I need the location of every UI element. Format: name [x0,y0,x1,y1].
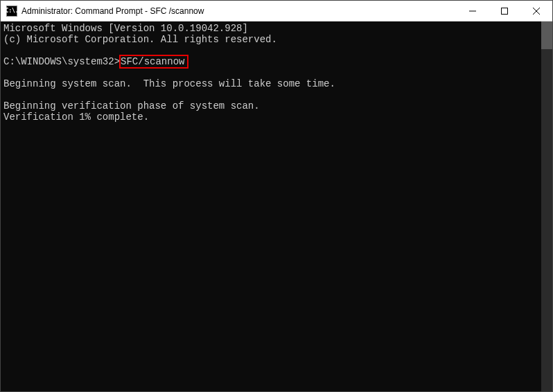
version-line: Microsoft Windows [Version 10.0.19042.92… [3,23,538,34]
minimize-icon [469,8,476,15]
copyright-line: (c) Microsoft Corporation. All rights re… [3,34,538,45]
close-icon [533,8,540,15]
blank-line-3 [3,89,538,100]
titlebar[interactable]: C:\. Administrator: Command Prompt - SFC… [1,1,552,21]
prompt-path: C:\WINDOWS\system32> [3,56,120,67]
command-prompt-window: C:\. Administrator: Command Prompt - SFC… [0,0,553,392]
window-controls [457,1,552,21]
close-button[interactable] [520,1,552,21]
vertical-scrollbar[interactable] [541,21,552,391]
app-icon-text: C:\. [5,8,18,14]
scrollbar-thumb[interactable] [541,21,552,49]
app-icon: C:\. [6,6,17,17]
verify-begin-line: Beginning verification phase of system s… [3,100,538,112]
minimize-button[interactable] [457,1,489,21]
svg-rect-1 [502,8,508,14]
terminal-area[interactable]: Microsoft Windows [Version 10.0.19042.92… [1,21,552,391]
blank-line-2 [3,67,538,78]
terminal-content: Microsoft Windows [Version 10.0.19042.92… [1,21,541,391]
scan-begin-line: Beginning system scan. This process will… [3,78,538,89]
maximize-icon [501,8,508,15]
command-highlight: SFC/scannow [119,55,188,69]
maximize-button[interactable] [489,1,520,21]
progress-line: Verification 1% complete. [3,112,538,123]
command-line: C:\WINDOWS\system32>SFC/scannow [3,56,538,67]
blank-line [3,45,538,56]
window-title: Administrator: Command Prompt - SFC /sca… [21,6,457,16]
